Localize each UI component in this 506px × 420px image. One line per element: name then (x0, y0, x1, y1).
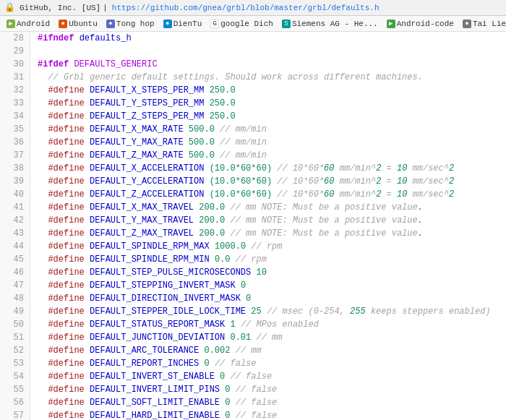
line-number: 39 (6, 175, 24, 188)
site-identity: GitHub, Inc. [US] | (20, 4, 108, 12)
code-line: #define DEFAULT_INVERT_LIMIT_PINS 0 // f… (38, 383, 499, 396)
code-line: #define DEFAULT_Y_STEPS_PER_MM 250.0 (38, 97, 499, 110)
code-line: #ifndef defaults_h (38, 32, 499, 45)
bookmark-android-label: Android (17, 20, 50, 28)
code-line: // Grbl generic default settings. Should… (38, 71, 499, 84)
code-line: #define DEFAULT_DIRECTION_INVERT_MASK 0 (38, 292, 499, 305)
bookmark-android[interactable]: ▶ Android (3, 19, 53, 29)
code-line: #define DEFAULT_Y_MAX_TRAVEL 200.0 // mm… (38, 214, 499, 227)
code-line: #define DEFAULT_ARC_TOLERANCE 0.002 // m… (38, 344, 499, 357)
line-number: 38 (6, 162, 24, 175)
line-number: 44 (6, 240, 24, 253)
line-number: 47 (6, 279, 24, 292)
line-number: 57 (6, 409, 24, 420)
code-line: #define DEFAULT_STEPPING_INVERT_MASK 0 (38, 279, 499, 292)
line-number: 37 (6, 149, 24, 162)
bookmark-google-label: google Dich (220, 20, 273, 28)
lock-icon: 🔒 (4, 2, 15, 13)
separator: | (103, 4, 108, 12)
line-number: 51 (6, 331, 24, 344)
android-icon: ▶ (7, 20, 15, 28)
line-number: 35 (6, 123, 24, 136)
code-line: #ifdef DEFAULTS_GENERIC (38, 58, 499, 71)
bookmark-dien-label: DienTu (173, 20, 202, 28)
code-line: #define DEFAULT_Y_MAX_RATE 500.0 // mm/m… (38, 136, 499, 149)
url-bar[interactable]: https://github.com/gnea/grbl/blob/master… (112, 4, 502, 12)
line-number: 31 (6, 71, 24, 84)
android-code-icon: ▶ (387, 20, 395, 28)
bookmark-ubuntu[interactable]: ● Ubuntu (55, 19, 101, 29)
bookmarks-bar: ▶ Android ● Ubuntu ● Tong hop ● DienTu G… (0, 16, 506, 32)
line-number: 40 (6, 188, 24, 201)
tai-lieu-icon: ● (463, 20, 471, 28)
line-numbers: 2829303132333435363738394041424344454647… (0, 32, 30, 420)
code-line: #define DEFAULT_X_STEPS_PER_MM 250.0 (38, 84, 499, 97)
code-line: #define DEFAULT_SPINDLE_RPM_MIN 0.0 // r… (38, 253, 499, 266)
line-number: 36 (6, 136, 24, 149)
bookmark-tai-lieu-label: Tai Lieu (473, 20, 506, 28)
code-line: #define DEFAULT_STEP_PULSE_MICROSECONDS … (38, 266, 499, 279)
line-number: 29 (6, 45, 24, 58)
code-line: #define DEFAULT_X_ACCELERATION (10.0*60*… (38, 162, 499, 175)
bookmark-siemens-label: Siemens AG - He... (292, 20, 378, 28)
code-line: #define DEFAULT_Z_STEPS_PER_MM 250.0 (38, 110, 499, 123)
code-line: #define DEFAULT_Z_MAX_TRAVEL 200.0 // mm… (38, 227, 499, 240)
code-line: #define DEFAULT_STEPPER_IDLE_LOCK_TIME 2… (38, 305, 499, 318)
code-line: #define DEFAULT_SOFT_LIMIT_ENABLE 0 // f… (38, 396, 499, 409)
code-line: #define DEFAULT_Z_ACCELERATION (10.0*60*… (38, 188, 499, 201)
line-number: 45 (6, 253, 24, 266)
line-number: 42 (6, 214, 24, 227)
code-line: #define DEFAULT_STATUS_REPORT_MASK 1 // … (38, 318, 499, 331)
bookmark-tai-lieu[interactable]: ● Tai Lieu (459, 19, 506, 29)
line-number: 48 (6, 292, 24, 305)
line-number: 56 (6, 396, 24, 409)
bookmark-tong-label: Tong hop (116, 20, 155, 28)
ubuntu-icon: ● (59, 20, 67, 28)
line-number: 43 (6, 227, 24, 240)
bookmark-siemens[interactable]: S Siemens AG - He... (278, 19, 382, 29)
github-label: GitHub, Inc. [US] (20, 4, 100, 12)
browser-top-bar: 🔒 GitHub, Inc. [US] | https://github.com… (0, 0, 506, 16)
line-number: 54 (6, 370, 24, 383)
code-line: #define DEFAULT_X_MAX_RATE 500.0 // mm/m… (38, 123, 499, 136)
bookmark-dien[interactable]: ● DienTu (160, 19, 206, 29)
code-line: #define DEFAULT_HARD_LIMIT_ENABLE 0 // f… (38, 409, 499, 420)
line-number: 33 (6, 97, 24, 110)
line-number: 53 (6, 357, 24, 370)
line-number: 32 (6, 84, 24, 97)
google-icon: G (210, 20, 219, 28)
code-lines[interactable]: #ifndef defaults_h #ifdef DEFAULTS_GENER… (30, 32, 506, 420)
code-container: 2829303132333435363738394041424344454647… (0, 32, 506, 420)
code-line: #define DEFAULT_Z_MAX_RATE 500.0 // mm/m… (38, 149, 499, 162)
line-number: 55 (6, 383, 24, 396)
line-number: 30 (6, 58, 24, 71)
bookmark-ubuntu-label: Ubuntu (69, 20, 98, 28)
line-number: 50 (6, 318, 24, 331)
line-number: 46 (6, 266, 24, 279)
code-line: #define DEFAULT_X_MAX_TRAVEL 200.0 // mm… (38, 201, 499, 214)
code-line: #define DEFAULT_SPINDLE_RPM_MAX 1000.0 /… (38, 240, 499, 253)
line-number: 34 (6, 110, 24, 123)
dien-icon: ● (163, 20, 172, 28)
siemens-icon: S (282, 20, 291, 28)
tong-icon: ● (106, 20, 115, 28)
code-line (38, 45, 499, 58)
line-number: 52 (6, 344, 24, 357)
bookmark-android-code[interactable]: ▶ Android-code (383, 19, 458, 29)
code-line: #define DEFAULT_Y_ACCELERATION (10.0*60*… (38, 175, 499, 188)
bookmark-android-code-label: Android-code (397, 20, 454, 28)
line-number: 49 (6, 305, 24, 318)
line-number: 28 (6, 32, 24, 45)
bookmark-google[interactable]: G google Dich (207, 19, 277, 29)
code-line: #define DEFAULT_INVERT_ST_ENABLE 0 // fa… (38, 370, 499, 383)
code-line: #define DEFAULT_JUNCTION_DEVIATION 0.01 … (38, 331, 499, 344)
line-number: 41 (6, 201, 24, 214)
bookmark-tong[interactable]: ● Tong hop (103, 19, 158, 29)
code-line: #define DEFAULT_REPORT_INCHES 0 // false (38, 357, 499, 370)
